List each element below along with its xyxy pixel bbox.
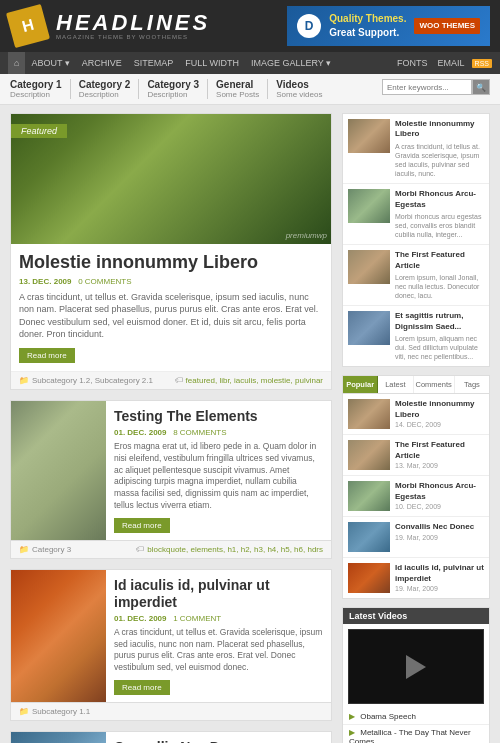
cat-3[interactable]: Category 3 Description	[147, 79, 208, 99]
sidebar-videos-title: Latest Videos	[343, 608, 489, 624]
sidebar-title-1[interactable]: Molestie innonummy Libero	[395, 119, 484, 140]
popular-title-3[interactable]: Morbi Rhoncus Arcu-Egestas	[395, 481, 484, 502]
sidebar-thumb-1	[348, 119, 390, 153]
featured-comments[interactable]: 0 COMMENTS	[78, 277, 131, 286]
nav-email[interactable]: EMAIL	[434, 52, 469, 74]
popular-title-5[interactable]: Id iaculis id, pulvinar ut imperdiet	[395, 563, 484, 584]
tab-tags[interactable]: Tags	[455, 376, 489, 393]
cat-3-desc: Description	[147, 90, 199, 99]
article-1-body: Testing The Elements 01. DEC. 2009 8 COM…	[106, 401, 331, 540]
cat-2[interactable]: Category 2 Description	[79, 79, 140, 99]
popular-thumb-3	[348, 481, 390, 511]
featured-footer-cats-text: Subcategory 1.2, Subcategory 2.1	[32, 376, 153, 385]
sidebar-title-4[interactable]: Et sagittis rutrum, Dignissim Saed...	[395, 311, 484, 332]
sidebar-thumb-2	[348, 189, 390, 223]
popular-date-4: 19. Mar, 2009	[395, 534, 474, 541]
sidebar-tabbed: Popular Latest Comments Tags Molestie in…	[342, 375, 490, 599]
article-2-footer-cats: 📁 Subcategory 1.1	[19, 707, 90, 716]
nav-fullwidth[interactable]: FULL WIDTH	[179, 52, 245, 74]
premiumwp-watermark: premiumwp	[286, 231, 327, 240]
featured-footer: 📁 Subcategory 1.2, Subcategory 2.1 🏷 fea…	[11, 371, 331, 389]
nav-gallery[interactable]: IMAGE GALLERY ▾	[245, 52, 337, 74]
article-1-img	[11, 401, 106, 540]
article-3-body: Convallis Nec Donec 01. DEC. 2009 4 BY A…	[106, 732, 331, 743]
cat-4-desc: Some Posts	[216, 90, 259, 99]
article-3-title: Convallis Nec Donec	[114, 739, 323, 743]
featured-footer-tags: 🏷 featured, libr, iaculis, molestie, pul…	[175, 376, 323, 385]
video-item-1[interactable]: ▶ Obama Speech	[343, 709, 489, 725]
nav-about[interactable]: ABOUT ▾	[25, 52, 75, 74]
popular-date-1: 14. DEC, 2009	[395, 421, 484, 428]
featured-article-card: Featured premiumwp Molestie innonummy Li…	[10, 113, 332, 390]
popular-list: Molestie innonummy Libero 14. DEC, 2009 …	[343, 394, 489, 598]
nav-bar: ⌂ ABOUT ▾ ARCHIVE SITEMAP FULL WIDTH IMA…	[0, 52, 500, 74]
article-1-meta: 01. DEC. 2009 8 COMMENTS	[114, 428, 323, 437]
article-2-cats-text: Subcategory 1.1	[32, 707, 90, 716]
popular-thumb-4	[348, 522, 390, 552]
tag-icon-2: 🏷	[136, 545, 144, 554]
popular-thumb-5	[348, 563, 390, 593]
popular-item-4: Convallis Nec Donec 19. Mar, 2009	[343, 517, 489, 558]
article-1-comments[interactable]: 8 COMMENTS	[173, 428, 226, 437]
tab-comments[interactable]: Comments	[414, 376, 455, 393]
cat-5-desc: Some videos	[276, 90, 322, 99]
search-button[interactable]: 🔍	[472, 79, 490, 95]
play-icon[interactable]	[406, 655, 426, 679]
category-bar: Category 1 Description Category 2 Descri…	[0, 74, 500, 105]
video-title-2: Metallica - The Day That Never Comes	[349, 728, 471, 743]
sidebar-excerpt-4: Lorem ipsum, aliquam nec dui. Sed dillic…	[395, 334, 484, 361]
sidebar-title-3[interactable]: The First Featured Article	[395, 250, 484, 271]
article-1-title: Testing The Elements	[114, 408, 323, 425]
cat-1[interactable]: Category 1 Description	[10, 79, 71, 99]
search-input[interactable]	[382, 79, 472, 95]
folder-icon: 📁	[19, 376, 29, 385]
tag-icon: 🏷	[175, 376, 183, 385]
sidebar-videos: Latest Videos ▶ Obama Speech ▶ Metallica…	[342, 607, 490, 743]
article-1-tags-text: blockquote, elements, h1, h2, h3, h4, h5…	[147, 545, 323, 554]
nav-sitemap[interactable]: SITEMAP	[128, 52, 180, 74]
article-1-cats-text: Category 3	[32, 545, 71, 554]
video-item-2[interactable]: ▶ Metallica - The Day That Never Comes	[343, 725, 489, 743]
featured-image-wrapper: Featured premiumwp	[11, 114, 331, 244]
sidebar-excerpt-1: A cras tincidunt, id tellus at. Gravida …	[395, 142, 484, 178]
popular-date-3: 10. DEC, 2009	[395, 503, 484, 510]
folder-icon-2: 📁	[19, 545, 29, 554]
article-1-date: 01. DEC. 2009	[114, 428, 166, 437]
video-title-1: Obama Speech	[360, 712, 416, 721]
sidebar-title-2[interactable]: Morbi Rhoncus Arcu-Egestas	[395, 189, 484, 210]
popular-title-1[interactable]: Molestie innonummy Libero	[395, 399, 484, 420]
featured-badge: Featured	[11, 124, 67, 138]
cat-5[interactable]: Videos Some videos	[276, 79, 330, 99]
article-2-body: Id iaculis id, pulvinar ut imperdiet 01.…	[106, 570, 331, 702]
cat-3-name: Category 3	[147, 79, 199, 90]
article-1-read-more[interactable]: Read more	[114, 518, 170, 533]
featured-read-more[interactable]: Read more	[19, 348, 75, 363]
featured-footer-cats: 📁 Subcategory 1.2, Subcategory 2.1	[19, 376, 153, 385]
popular-title-4[interactable]: Convallis Nec Donec	[395, 522, 474, 532]
header-ad[interactable]: D Quality Themes. Great Support. WOO THE…	[287, 6, 490, 46]
article-2-date: 01. DEC. 2009	[114, 614, 166, 623]
popular-date-2: 13. Mar, 2009	[395, 462, 484, 469]
sidebar-item-2: Morbi Rhoncus Arcu-Egestas Morbi rhoncus…	[343, 184, 489, 245]
article-2-comments[interactable]: 1 COMMENT	[173, 614, 221, 623]
logo-text-group: HEADLINES MAGAZINE THEME BY WOOTHEMES	[56, 12, 210, 40]
sidebar-text-1: Molestie innonummy Libero A cras tincidu…	[395, 119, 484, 178]
nav-archive[interactable]: ARCHIVE	[76, 52, 128, 74]
cat-4[interactable]: General Some Posts	[216, 79, 268, 99]
featured-title: Molestie innonummy Libero	[19, 252, 323, 274]
popular-thumb-1	[348, 399, 390, 429]
sidebar-excerpt-2: Morbi rhoncus arcu egestas sed, convalli…	[395, 212, 484, 239]
cat-2-desc: Description	[79, 90, 131, 99]
article-2-read-more[interactable]: Read more	[114, 680, 170, 695]
video-icon-2: ▶	[349, 728, 355, 737]
nav-fonts[interactable]: FONTS	[391, 52, 434, 74]
video-thumbnail	[348, 629, 484, 704]
nav-home[interactable]: ⌂	[8, 52, 25, 74]
tab-popular[interactable]: Popular	[343, 376, 378, 393]
tab-latest[interactable]: Latest	[378, 376, 413, 393]
article-2-meta: 01. DEC. 2009 1 COMMENT	[114, 614, 323, 623]
popular-title-2[interactable]: The First Featured Article	[395, 440, 484, 461]
article-row-3: Convallis Nec Donec 01. DEC. 2009 4 BY A…	[10, 731, 332, 743]
cat-1-desc: Description	[10, 90, 62, 99]
popular-item-3: Morbi Rhoncus Arcu-Egestas 10. DEC, 2009	[343, 476, 489, 517]
